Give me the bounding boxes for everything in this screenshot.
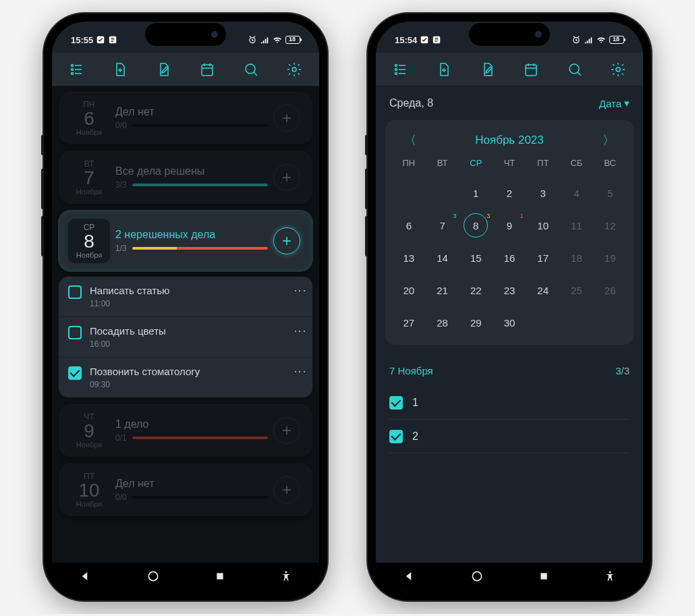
checkbox[interactable]: [68, 285, 82, 299]
calendar-icon[interactable]: [196, 58, 219, 81]
day-date: ПТ 10 Ноября: [68, 472, 110, 508]
calendar-cell[interactable]: 22: [459, 280, 493, 300]
calendar-cell[interactable]: 23: [493, 280, 526, 300]
list-view-icon[interactable]: [389, 58, 412, 81]
calendar-cell[interactable]: 13: [392, 248, 426, 268]
calendar-cell[interactable]: 26: [593, 280, 627, 300]
day-card[interactable]: СР 8 Ноября 2 нерешенных дела 1/3 +: [59, 211, 312, 271]
calendar-cell[interactable]: 29: [459, 312, 493, 333]
calendar-cell[interactable]: 1: [459, 183, 493, 203]
item-label: 1: [412, 397, 418, 409]
calendar-cell[interactable]: 17: [526, 248, 560, 268]
calendar-cell[interactable]: 6: [392, 215, 426, 235]
list-view-icon[interactable]: [65, 58, 88, 81]
calendar-cell[interactable]: 14: [426, 248, 460, 268]
add-file-icon[interactable]: [433, 58, 455, 81]
next-month-icon[interactable]: 〉: [603, 132, 615, 148]
calendar-cell[interactable]: 11: [560, 215, 594, 235]
calendar-card: 〈 Ноябрь 2023 〉 ПНВТСРЧТПТСБВС1234567383…: [385, 120, 634, 345]
wifi-icon: [596, 35, 607, 45]
add-task-button[interactable]: +: [273, 227, 300, 254]
edit-file-icon[interactable]: [152, 58, 175, 81]
svg-rect-22: [540, 573, 547, 579]
calendar-cell[interactable]: 4: [560, 183, 594, 203]
prev-month-icon[interactable]: 〈: [404, 132, 416, 148]
checkbox[interactable]: [68, 366, 82, 380]
more-icon[interactable]: ⋮: [297, 285, 303, 297]
calendar-cell[interactable]: 12: [593, 215, 627, 235]
view-mode-label: Дата: [599, 98, 621, 109]
calendar-cell[interactable]: 19: [593, 248, 627, 268]
task-item[interactable]: Посадить цветы 16:00 ⋮: [59, 317, 312, 358]
calendar-cell[interactable]: 20: [392, 280, 426, 300]
checkbox[interactable]: [389, 396, 403, 410]
wifi-icon: [272, 35, 283, 45]
svg-point-5: [72, 72, 74, 74]
checkbox[interactable]: [389, 430, 403, 443]
calendar-icon[interactable]: [520, 58, 543, 81]
calendar-cell[interactable]: 24: [526, 280, 560, 300]
add-task-button[interactable]: +: [273, 417, 300, 444]
task-item[interactable]: Позвонить стоматологу 09:30 ⋮: [59, 358, 312, 397]
calendar-cell[interactable]: 83: [459, 215, 493, 235]
day-card[interactable]: ВТ 7 Ноября Все дела решены 3/3 +: [59, 151, 312, 204]
day-date: ВТ 7 Ноября: [68, 159, 110, 196]
add-task-button[interactable]: +: [273, 105, 300, 132]
calendar-cell[interactable]: 91: [493, 215, 526, 235]
calendar-cell[interactable]: 21: [426, 280, 460, 300]
task-item[interactable]: Написать статью 11:00 ⋮: [59, 277, 312, 317]
checkbox[interactable]: [68, 326, 82, 339]
status-time: 15:55: [71, 35, 93, 45]
view-mode-button[interactable]: Дата ▾: [599, 97, 630, 109]
gear-icon[interactable]: [607, 58, 630, 81]
day-card[interactable]: ПН 6 Ноября Дел нет 0/0 +: [59, 92, 312, 144]
svg-point-19: [569, 64, 579, 74]
calendar-dow: ВТ: [426, 158, 460, 171]
calendar-dow: СР: [459, 158, 493, 171]
search-icon[interactable]: [240, 58, 262, 81]
nav-back-icon[interactable]: [80, 570, 92, 585]
nav-back-icon[interactable]: [404, 570, 416, 585]
svg-point-4: [72, 68, 74, 70]
nav-accessibility-icon[interactable]: [280, 570, 292, 585]
calendar-cell[interactable]: 28: [426, 312, 460, 333]
calendar-cell[interactable]: 5: [593, 183, 627, 203]
more-icon[interactable]: ⋮: [297, 325, 303, 337]
calendar-cell[interactable]: 3: [526, 183, 560, 203]
calendar-cell[interactable]: 27: [392, 312, 426, 333]
nav-recent-icon[interactable]: [215, 571, 225, 584]
cell-badge: 1: [520, 213, 524, 219]
svg-point-3: [72, 64, 74, 66]
selected-day-label: 7 Ноября: [389, 365, 433, 376]
day-card[interactable]: ЧТ 9 Ноября 1 дело 0/1 +: [59, 404, 312, 457]
day-date: ПН 6 Ноября: [68, 100, 110, 136]
calendar-cell[interactable]: 30: [493, 312, 526, 333]
add-file-icon[interactable]: [109, 58, 132, 81]
day-month: Ноября: [68, 128, 110, 136]
add-task-button[interactable]: +: [273, 476, 300, 503]
list-item[interactable]: 1: [389, 386, 630, 420]
calendar-cell[interactable]: 18: [560, 248, 594, 268]
calendar-cell[interactable]: 2: [493, 183, 526, 203]
day-number: 10: [68, 481, 110, 500]
add-task-button[interactable]: +: [273, 164, 300, 191]
nav-recent-icon[interactable]: [538, 571, 549, 584]
list-item[interactable]: 2: [389, 420, 630, 453]
calendar-cell[interactable]: 16: [493, 248, 526, 268]
day-card[interactable]: ПТ 10 Ноября Дел нет 0/0 +: [59, 464, 312, 516]
search-icon[interactable]: [563, 58, 586, 81]
nav-accessibility-icon[interactable]: [604, 570, 616, 585]
calendar-cell[interactable]: 73: [426, 215, 460, 235]
progress-bar: [132, 124, 268, 127]
day-info: Дел нет 0/0: [115, 478, 268, 502]
nav-home-icon[interactable]: [146, 569, 160, 586]
edit-file-icon[interactable]: [476, 58, 499, 81]
calendar-cell[interactable]: 25: [560, 280, 594, 300]
day-list-content: ПН 6 Ноября Дел нет 0/0 + ВТ 7 Ноября Вс…: [52, 86, 319, 563]
more-icon[interactable]: ⋮: [297, 366, 303, 378]
gear-icon[interactable]: [283, 58, 306, 81]
nav-home-icon[interactable]: [470, 569, 484, 586]
calendar-cell[interactable]: 10: [526, 215, 560, 235]
calendar-cell[interactable]: 15: [459, 248, 493, 268]
progress-bar: [132, 247, 268, 250]
